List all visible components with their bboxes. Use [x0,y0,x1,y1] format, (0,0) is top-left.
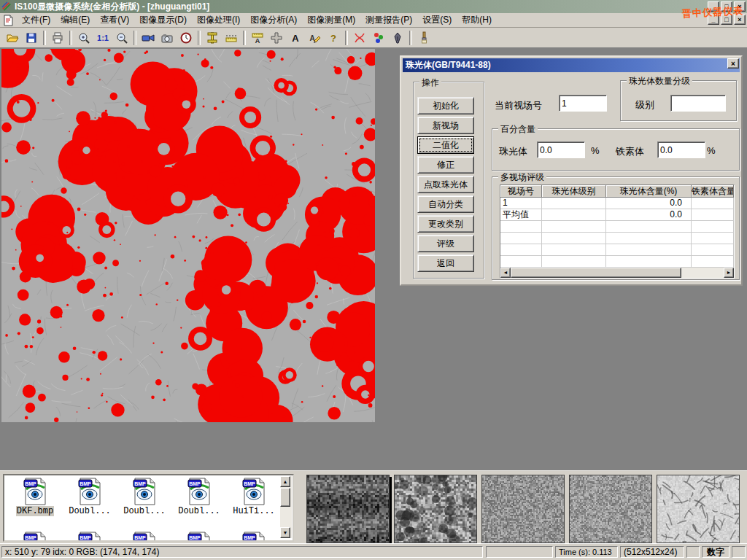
actual-size-button[interactable]: 1:1 [93,29,112,47]
file-name[interactable]: HuiTi... [232,506,276,516]
file-item[interactable]: BMP DKF.bmp [9,478,61,516]
floppy-icon [25,31,38,44]
document-icon[interactable] [2,15,14,26]
table-row[interactable]: 1 0.0 [500,198,734,209]
toolbar-separator [409,31,412,45]
auto-classify-button[interactable]: 自动分类 [417,195,474,213]
annotate-points-button[interactable] [369,29,388,47]
file-name[interactable]: Doubl... [177,506,221,516]
pen-tool-button[interactable] [388,29,407,47]
scroll-up-icon[interactable]: ▲ [280,476,290,487]
question-mark-icon: ? [327,31,340,44]
metallographic-image[interactable] [1,49,375,422]
thumbnail-3[interactable] [481,475,565,543]
zoom-in-button[interactable] [74,29,93,47]
help-button[interactable]: ? [324,29,343,47]
status-bar: x: 510 y: 79 idx: 0 RGB: (174, 174, 174)… [0,543,747,560]
file-item-partial[interactable]: BMP [63,532,116,540]
file-item-partial[interactable]: BMP [9,532,61,540]
application-window: IS100显微摄像系统(金相分析版) - [zhuguangti01] _ □ … [0,0,747,560]
correct-button[interactable]: 修正 [417,156,474,174]
text-edit-button[interactable]: A [305,29,324,47]
scroll-right-icon[interactable]: ► [724,268,734,278]
brush-tool-button[interactable] [414,29,433,47]
current-view-input[interactable] [559,95,607,112]
ferrite-percent-input[interactable] [657,141,705,158]
file-name[interactable]: Doubl... [68,506,112,516]
caliper-button[interactable] [203,29,222,47]
app-icon [1,1,12,12]
col-pearlite: 珠光体含量(%) [606,185,692,198]
thumbnail-4[interactable] [569,475,652,543]
status-resize-grip [732,546,746,558]
level-input[interactable] [670,95,726,112]
scrollbar-thumb[interactable] [511,268,681,278]
open-button[interactable] [3,29,22,47]
menu-image-analysis[interactable]: 图像分析(A) [245,12,302,28]
ruler-icon [225,31,238,44]
pick-pearlite-button[interactable]: 点取珠光体 [417,176,474,193]
video-capture-button[interactable] [139,29,158,47]
file-item[interactable]: BMP Doubl... [173,478,225,516]
measure-text-button[interactable]: A [248,29,267,47]
return-button[interactable]: 返回 [417,254,474,272]
new-view-button[interactable]: 新视场 [417,117,474,134]
menu-view[interactable]: 查看(V) [95,12,134,28]
dialog-title-bar[interactable]: 珠光体(GB/T9441-88) [403,58,740,72]
menu-image-display[interactable]: 图像显示(D) [134,12,192,28]
file-list[interactable]: BMP DKF.bmp BMP Doubl... BMP Doubl... BM… [3,474,294,542]
thumbnail-2[interactable] [394,475,477,543]
initialize-button[interactable]: 初始化 [417,97,474,114]
menu-measure-report[interactable]: 测量报告(P) [360,12,417,28]
menu-settings[interactable]: 设置(S) [417,12,457,28]
table-row[interactable]: 平均值 0.0 [500,209,734,221]
zoom-out-button[interactable] [112,29,131,47]
timer-button[interactable] [177,29,196,47]
save-button[interactable] [22,29,41,47]
menu-file[interactable]: 文件(F) [17,12,55,28]
scrollbar-thumb[interactable] [280,488,290,507]
file-item-partial[interactable]: BMP [118,532,171,540]
print-button[interactable] [48,29,67,47]
curve-tool-button[interactable] [350,29,369,47]
file-item-partial[interactable]: BMP [228,532,280,540]
multiview-group: 多视场评级 视场号 珠光体级别 珠光体含量(%) 铁素体含量(%) 1 0.0 [492,176,740,280]
file-item[interactable]: BMP Doubl... [63,478,116,516]
pearlite-label: 珠光体 [499,145,527,158]
workspace: 珠光体(GB/T9441-88) × 操作 初始化 新视场 二值化 修正 点取珠… [0,48,747,470]
text-button[interactable]: A [286,29,305,47]
file-item[interactable]: BMP HuiTi... [228,478,280,516]
file-item-partial[interactable]: BMP [173,532,225,540]
scroll-left-icon[interactable]: ◄ [500,268,511,278]
video-camera-icon [142,31,155,44]
col-level: 珠光体级别 [542,185,606,198]
menu-image-measure[interactable]: 图像测量(M) [302,12,360,28]
table-h-scrollbar[interactable]: ◄ ► [500,268,734,278]
scroll-down-icon[interactable]: ▼ [280,527,290,538]
clock-icon [179,31,193,44]
grade-button[interactable]: 评级 [417,235,474,252]
percent-sign: % [707,145,716,156]
pearlite-percent-input[interactable] [537,141,585,158]
file-name[interactable]: Doubl... [123,506,166,516]
thumbnail-5[interactable] [657,475,740,543]
thumbnail-1[interactable] [306,475,390,543]
menu-edit[interactable]: 编辑(E) [55,12,95,28]
svg-text:BMP: BMP [134,481,146,486]
menu-bar: 文件(F) 编辑(E) 查看(V) 图像显示(D) 图像处理(I) 图像分析(A… [0,13,747,28]
menu-help[interactable]: 帮助(H) [457,12,497,28]
change-class-button[interactable]: 更改类别 [417,215,474,233]
menu-image-process[interactable]: 图像处理(I) [192,12,245,28]
grid-tool-button[interactable] [267,29,286,47]
grading-group: 珠光体数量分级 级别 [620,80,737,121]
ruler-button[interactable] [222,29,241,47]
camera-capture-button[interactable] [158,29,177,47]
file-name[interactable]: DKF.bmp [16,506,54,516]
binarize-button[interactable]: 二值化 [417,136,474,154]
dialog-close-button[interactable]: × [727,58,739,69]
file-item[interactable]: BMP Doubl... [118,478,171,516]
file-list-scrollbar[interactable]: ▲ ▼ [280,476,292,538]
bmp-file-icon: BMP [23,532,47,540]
multiview-table[interactable]: 视场号 珠光体级别 珠光体含量(%) 铁素体含量(%) 1 0.0 平均值 [500,184,735,279]
svg-text:BMP: BMP [189,481,201,486]
